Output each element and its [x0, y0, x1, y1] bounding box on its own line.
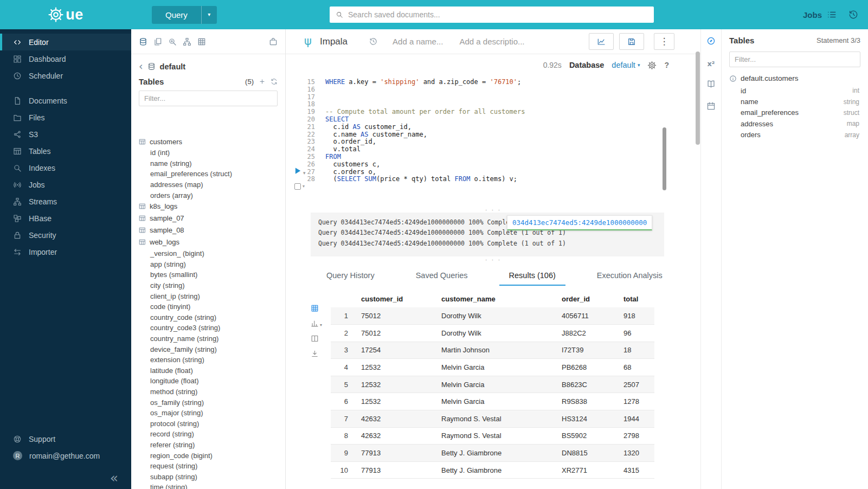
table-row[interactable]: 512532Melvin GarciaB8623C2507: [331, 376, 654, 393]
results-grid-button[interactable]: [311, 304, 319, 312]
search-plus-icon[interactable]: [168, 37, 177, 46]
assist-column[interactable]: app (string): [139, 259, 282, 270]
assist-column[interactable]: os_major (string): [139, 408, 282, 419]
code-line[interactable]: 28 (SELECT SUM(price * qty) total FROM o…: [286, 176, 700, 183]
sidebar-item-streams[interactable]: Streams: [0, 193, 131, 210]
table-row[interactable]: 742632Raymond S. VestalHS31241944: [331, 410, 654, 427]
more-actions-button[interactable]: ⋮: [654, 33, 674, 50]
column-item-email-preferences[interactable]: email_preferencesstruct: [729, 107, 860, 118]
assist-column[interactable]: request (string): [139, 461, 282, 472]
column-header-total[interactable]: total: [619, 291, 654, 307]
assist-column[interactable]: referer (string): [139, 440, 282, 451]
assist-column[interactable]: os_family (string): [139, 397, 282, 408]
code-line[interactable]: 15WHERE a.key = 'shipping' and a.zip_cod…: [286, 79, 700, 86]
assist-table-customers[interactable]: customers: [139, 136, 282, 147]
resize-handle-bottom[interactable]: [286, 256, 700, 263]
tab-results-106-[interactable]: Results (106): [499, 266, 565, 286]
assist-column[interactable]: method (string): [139, 387, 282, 397]
database-selector[interactable]: default ▾: [612, 61, 640, 69]
active-table-item[interactable]: default.customers: [729, 72, 860, 85]
table-row[interactable]: 412532Melvin GarciaPB626868: [331, 359, 654, 376]
assist-column[interactable]: name (string): [139, 158, 282, 169]
assist-column[interactable]: time (string): [139, 482, 282, 489]
history-icon[interactable]: [848, 10, 858, 20]
column-item-name[interactable]: namestring: [729, 96, 860, 107]
code-editor[interactable]: 15WHERE a.key = 'shipping' and a.zip_cod…: [286, 76, 700, 206]
table-row[interactable]: 1077913Betty J. GiambroneXR27714315: [331, 461, 654, 479]
jobs-link[interactable]: Jobs: [803, 10, 837, 20]
sidebar-item-indexes[interactable]: Indexes: [0, 159, 131, 176]
assist-column[interactable]: client_ip (string): [139, 291, 282, 301]
sidebar-item-editor[interactable]: Editor: [0, 34, 131, 50]
tab-execution-analysis[interactable]: Execution Analysis: [587, 266, 672, 286]
right-assist-filter-input[interactable]: [735, 55, 855, 63]
sidebar-item-security[interactable]: Security: [0, 227, 131, 243]
editor-scrollbar[interactable]: [663, 127, 666, 190]
assist-filter-input[interactable]: [144, 94, 272, 102]
execute-button[interactable]: [293, 166, 303, 176]
code-line[interactable]: 20SELECT: [286, 116, 700, 124]
assist-column[interactable]: code (tinyint): [139, 301, 282, 312]
code-line[interactable]: 18: [286, 101, 700, 108]
save-button[interactable]: [619, 33, 644, 50]
sidebar-item-jobs[interactable]: Jobs: [0, 176, 131, 193]
table-row[interactable]: 612532Melvin GarciaR9S8381278: [331, 393, 654, 410]
help-icon[interactable]: ?: [664, 61, 669, 69]
chart-button[interactable]: [589, 33, 614, 50]
execute-options-caret[interactable]: ▾: [303, 171, 306, 176]
sidebar-item-scheduler[interactable]: Scheduler: [0, 67, 131, 84]
assist-column[interactable]: bytes (smallint): [139, 269, 282, 280]
code-line[interactable]: 17: [286, 94, 700, 101]
code-line[interactable]: 25FROM: [286, 153, 700, 161]
tab-saved-queries[interactable]: Saved Queries: [406, 266, 478, 286]
code-line[interactable]: 19-- Compute total amount per order for …: [286, 108, 700, 116]
table-row[interactable]: 175012Dorothy Wilk4056711918: [331, 307, 654, 325]
assist-column[interactable]: region_code (bigint): [139, 450, 282, 461]
documents-copy-icon[interactable]: [153, 37, 162, 46]
assist-table-sample-08[interactable]: sample_08: [139, 224, 282, 236]
schedule-calendar-button[interactable]: [706, 101, 716, 113]
info-icon[interactable]: [729, 75, 737, 82]
sidebar-item-tables[interactable]: Tables: [0, 143, 131, 159]
assistant-compass-button[interactable]: [706, 36, 716, 48]
assist-column[interactable]: extension (string): [139, 355, 282, 365]
new-query-dropdown[interactable]: ▾: [201, 6, 217, 24]
database-breadcrumb[interactable]: ‹ default: [131, 54, 285, 74]
query-description-field[interactable]: Add a descriptio...: [459, 37, 524, 46]
sidebar-item-files[interactable]: Files: [0, 109, 131, 126]
assist-column[interactable]: subapp (string): [139, 471, 282, 482]
table-row[interactable]: 317254Martin JohnsonI72T3918: [331, 342, 654, 359]
code-line[interactable]: 24 v.total: [286, 146, 700, 153]
code-line[interactable]: 27 c.orders o,: [286, 169, 700, 176]
sidebar-item-documents[interactable]: Documents: [0, 92, 131, 109]
assist-table-sample-07[interactable]: sample_07: [139, 213, 282, 224]
sidebar-item-user[interactable]: R romain@gethue.com: [0, 447, 131, 464]
column-item-orders[interactable]: ordersarray: [729, 130, 860, 140]
assist-column[interactable]: country_code3 (string): [139, 323, 282, 333]
add-table-icon[interactable]: [259, 78, 266, 85]
assist-column[interactable]: protocol (string): [139, 418, 282, 429]
table-row[interactable]: 275012Dorothy WilkJ882C296: [331, 324, 654, 342]
code-line[interactable]: 16: [286, 86, 700, 94]
snippet-settings-button[interactable]: ▾: [294, 183, 305, 190]
query-id-highlight[interactable]: 034d413ec7474ed5:4249de1000000000: [507, 215, 652, 230]
assist-table-web-logs[interactable]: web_logs: [139, 236, 282, 248]
code-line[interactable]: 21 c.id AS customer_id,: [286, 124, 700, 131]
column-item-addresses[interactable]: addressesmap: [729, 118, 860, 129]
back-chevron-icon[interactable]: ‹: [139, 61, 143, 72]
language-book-button[interactable]: [706, 79, 716, 91]
table-row[interactable]: 977913Betty J. GiambroneDN88151320: [331, 445, 654, 462]
tab-query-history[interactable]: Query History: [317, 266, 384, 286]
sidebar-collapse-button[interactable]: «: [110, 471, 118, 485]
search-input[interactable]: [348, 10, 648, 19]
page-scrollbar[interactable]: [696, 52, 700, 145]
sidebar-item-support[interactable]: Support: [0, 430, 131, 447]
sidebar-item-s3[interactable]: S3: [0, 126, 131, 143]
assist-table-k8s-logs[interactable]: k8s_logs: [139, 201, 282, 213]
assist-column[interactable]: _version_ (bigint): [139, 248, 282, 259]
assist-column[interactable]: device_family (string): [139, 344, 282, 355]
column-header-customer-name[interactable]: customer_name: [437, 291, 557, 307]
hue-logo[interactable]: ue: [0, 0, 131, 29]
code-line[interactable]: 26 customers c,: [286, 161, 700, 169]
assist-column[interactable]: country_name (string): [139, 333, 282, 344]
